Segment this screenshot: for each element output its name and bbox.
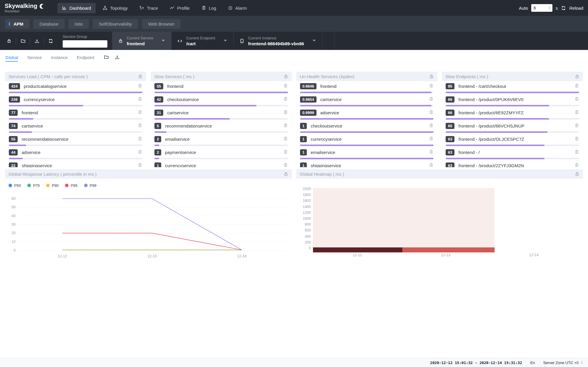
tool-refresh-icon[interactable] [44, 38, 57, 43]
stepper-icon[interactable] [548, 6, 551, 10]
clipboard-icon[interactable] [574, 110, 579, 115]
panel-row[interactable]: 65 frontend - /product/66VCHSJNUP [442, 121, 583, 134]
panel-row[interactable]: 66 frontend - /product/0PUK6V6EV0 [442, 94, 583, 108]
panel-row[interactable]: 1 emailservice [296, 147, 437, 160]
panel-row[interactable]: 2 emailservice [151, 134, 292, 147]
tool-import-icon[interactable] [30, 38, 44, 43]
lock-icon[interactable] [284, 172, 288, 176]
panel-row[interactable]: 0.9854 cartservice [296, 94, 437, 108]
selector-current-service[interactable]: Current Service frontend [112, 32, 171, 50]
panel-row[interactable]: 63 frontend - / [442, 147, 583, 160]
clipboard-icon[interactable] [574, 163, 579, 167]
panel-row[interactable]: 44 adservice [5, 147, 146, 160]
selector-current-instance[interactable]: Current Instance frontend-988494b89-vbn8… [233, 32, 322, 50]
panel-row[interactable]: 424 productcatalogservice [5, 81, 146, 94]
legend-item-p50[interactable]: P50 [9, 183, 21, 188]
panel-row[interactable]: 85 frontend - /cart/checkout [442, 81, 583, 94]
nav-item-topology[interactable]: Topology [98, 3, 132, 13]
legend-item-p90[interactable]: P90 [46, 183, 59, 188]
service-group-input[interactable] [63, 40, 107, 48]
clipboard-icon[interactable] [138, 123, 142, 128]
selector-current-endpoint[interactable]: Current Endpoint /cart [171, 32, 233, 50]
nav-item-alarm[interactable]: Alarm [223, 3, 251, 13]
clipboard-icon[interactable] [138, 163, 142, 167]
lock-icon[interactable] [575, 172, 579, 176]
clipboard-icon[interactable] [574, 83, 579, 88]
lock-icon[interactable] [429, 74, 434, 79]
import-icon[interactable] [115, 55, 120, 60]
folder-icon[interactable] [104, 55, 109, 60]
legend-item-p75[interactable]: P75 [27, 183, 40, 188]
clipboard-icon[interactable] [574, 97, 579, 101]
clipboard-icon[interactable] [429, 97, 434, 101]
panel-row[interactable]: 55 recommendationservice [5, 134, 146, 147]
panel-row[interactable]: 63 frontend - /product/OLJCESPC7Z [442, 134, 583, 147]
nav-item-dashboard[interactable]: Dashboard [57, 3, 96, 13]
clipboard-icon[interactable] [429, 83, 434, 88]
zone-stepper-icon[interactable] [580, 361, 583, 365]
clipboard-icon[interactable] [138, 136, 142, 141]
clipboard-icon[interactable] [283, 97, 288, 101]
clipboard-icon[interactable] [283, 110, 288, 115]
panel-row[interactable]: 0.9999 adservice [296, 108, 437, 121]
legend-item-p99[interactable]: P99 [84, 183, 96, 188]
nav-item-trace[interactable]: Trace [135, 3, 163, 13]
lock-icon[interactable] [575, 74, 579, 79]
lock-icon[interactable] [138, 74, 143, 79]
clipboard-icon[interactable] [574, 136, 579, 141]
clipboard-icon[interactable] [574, 150, 579, 154]
brand-logo[interactable]: Skywalking Rocketbot [5, 3, 45, 13]
clipboard-icon[interactable] [429, 110, 434, 115]
panel-row[interactable]: 42 checkoutservice [151, 94, 292, 108]
panel-row[interactable]: 66 frontend - /product/6E92ZMYYFZ [442, 108, 583, 121]
panel-row[interactable]: 31 cartservice [151, 108, 292, 121]
legend-item-p95[interactable]: P95 [65, 183, 77, 188]
refresh-icon[interactable] [561, 6, 566, 11]
clipboard-icon[interactable] [283, 123, 288, 128]
group-tab-database[interactable]: Database [33, 19, 64, 29]
group-tab-istio[interactable]: Istio [69, 19, 89, 29]
tab-service[interactable]: Service [27, 51, 42, 63]
lock-icon[interactable] [284, 74, 288, 79]
tab-instance[interactable]: Instance [51, 51, 68, 63]
clipboard-icon[interactable] [574, 123, 579, 128]
clipboard-icon[interactable] [429, 136, 434, 141]
panel-row[interactable]: 1 currencyservice [151, 160, 292, 167]
reload-button[interactable]: Reload [569, 6, 583, 11]
clipboard-icon[interactable] [138, 97, 142, 101]
panel-row[interactable]: 2 paymentservice [151, 147, 292, 160]
auto-interval-value[interactable] [534, 6, 545, 10]
panel-row[interactable]: 77 frontend [5, 108, 146, 121]
panel-row[interactable]: 22 shippingservice [5, 160, 146, 167]
clipboard-icon[interactable] [283, 150, 288, 154]
panel-row[interactable]: 1 shippingservice [296, 160, 437, 167]
group-tab-selfobservability[interactable]: SelfObservability [93, 19, 138, 29]
clipboard-icon[interactable] [138, 110, 142, 115]
group-tab-web-browser[interactable]: Web Browser [142, 19, 181, 29]
panel-row[interactable]: 63 frontend - /product/2ZYFJ3GM2N [442, 160, 583, 167]
group-tab-apm[interactable]: APM [5, 19, 29, 29]
clipboard-icon[interactable] [138, 150, 142, 154]
tab-endpoint[interactable]: Endpoint [77, 51, 94, 63]
panel-row[interactable]: 5 recommendationservice [151, 121, 292, 134]
panel-row[interactable]: 1 currencyservice [296, 134, 437, 147]
panel-row[interactable]: 236 currencyservice [5, 94, 146, 108]
nav-item-profile[interactable]: Profile [165, 3, 194, 13]
panel-row[interactable]: 55 frontend [151, 81, 292, 94]
tab-global[interactable]: Global [5, 51, 18, 63]
nav-item-log[interactable]: Log [197, 3, 221, 13]
clipboard-icon[interactable] [283, 83, 288, 88]
time-range[interactable]: 2020-12-12 15:01:32 ~ 2020-12-14 15:31:3… [430, 361, 522, 365]
clipboard-icon[interactable] [138, 83, 142, 88]
panel-row[interactable]: 1 checkoutservice [296, 121, 437, 134]
tool-lock-icon[interactable] [2, 38, 16, 43]
panel-row[interactable]: 0.9846 frontend [296, 81, 437, 94]
panel-row[interactable]: 74 cartservice [5, 121, 146, 134]
tool-folder-icon[interactable] [16, 38, 30, 43]
language-toggle[interactable]: En [530, 361, 535, 365]
clipboard-icon[interactable] [429, 163, 434, 167]
clipboard-icon[interactable] [283, 136, 288, 141]
clipboard-icon[interactable] [429, 123, 434, 128]
clipboard-icon[interactable] [283, 163, 288, 167]
auto-interval-input[interactable] [531, 4, 552, 12]
